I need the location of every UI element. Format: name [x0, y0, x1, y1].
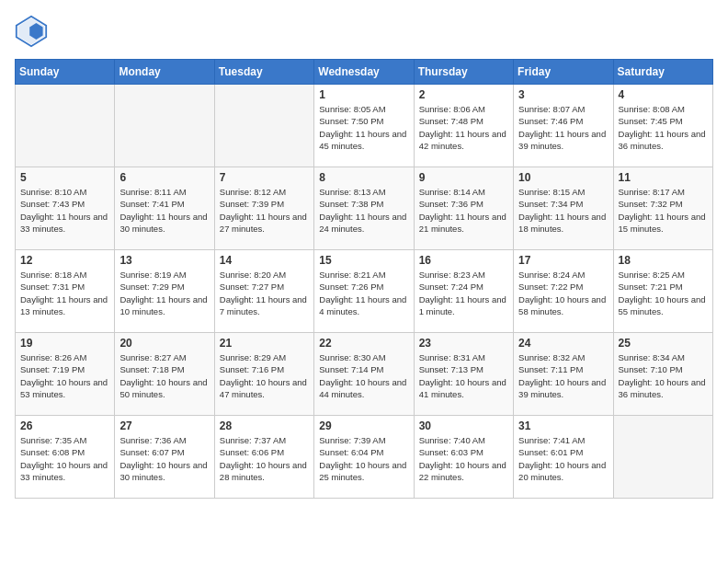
calendar-table: SundayMondayTuesdayWednesdayThursdayFrid…: [15, 59, 713, 499]
calendar-cell: 13Sunrise: 8:19 AMSunset: 7:29 PMDayligh…: [115, 250, 214, 333]
calendar-cell: 10Sunrise: 8:15 AMSunset: 7:34 PMDayligh…: [514, 167, 613, 250]
day-number: 17: [518, 254, 608, 267]
calendar-cell: 29Sunrise: 7:39 AMSunset: 6:04 PMDayligh…: [314, 416, 414, 499]
day-info: Sunrise: 8:12 AMSunset: 7:39 PMDaylight:…: [220, 186, 309, 235]
calendar-cell: 30Sunrise: 7:40 AMSunset: 6:03 PMDayligh…: [414, 416, 513, 499]
header-day: Sunday: [16, 60, 115, 85]
day-info: Sunrise: 8:17 AMSunset: 7:32 PMDaylight:…: [619, 186, 708, 235]
calendar-cell: 12Sunrise: 8:18 AMSunset: 7:31 PMDayligh…: [16, 250, 115, 333]
day-number: 28: [220, 419, 309, 432]
day-info: Sunrise: 8:21 AMSunset: 7:26 PMDaylight:…: [319, 269, 408, 317]
page-header: [15, 15, 713, 48]
day-number: 29: [319, 419, 408, 432]
day-info: Sunrise: 8:31 AMSunset: 7:13 PMDaylight:…: [419, 351, 508, 400]
day-info: Sunrise: 8:30 AMSunset: 7:14 PMDaylight:…: [319, 351, 408, 400]
day-number: 23: [419, 337, 508, 350]
header-day: Wednesday: [314, 60, 414, 85]
day-info: Sunrise: 7:39 AMSunset: 6:04 PMDaylight:…: [319, 434, 408, 483]
day-info: Sunrise: 7:41 AMSunset: 6:01 PMDaylight:…: [518, 434, 608, 483]
calendar-cell: 6Sunrise: 8:11 AMSunset: 7:41 PMDaylight…: [115, 167, 214, 250]
day-info: Sunrise: 7:40 AMSunset: 6:03 PMDaylight:…: [419, 434, 508, 483]
logo: [15, 15, 53, 48]
calendar-week: 26Sunrise: 7:35 AMSunset: 6:08 PMDayligh…: [16, 416, 713, 499]
calendar-cell: 1Sunrise: 8:05 AMSunset: 7:50 PMDaylight…: [314, 85, 414, 167]
day-number: 10: [518, 171, 608, 184]
calendar-cell: 26Sunrise: 7:35 AMSunset: 6:08 PMDayligh…: [16, 416, 115, 499]
day-number: 22: [319, 337, 408, 350]
calendar-cell: 31Sunrise: 7:41 AMSunset: 6:01 PMDayligh…: [514, 416, 613, 499]
day-number: 27: [119, 419, 209, 432]
day-info: Sunrise: 8:08 AMSunset: 7:45 PMDaylight:…: [619, 103, 708, 152]
calendar-body: 1Sunrise: 8:05 AMSunset: 7:50 PMDaylight…: [16, 85, 713, 499]
day-number: 11: [619, 171, 708, 184]
calendar-cell: [115, 85, 214, 167]
calendar-cell: 28Sunrise: 7:37 AMSunset: 6:06 PMDayligh…: [214, 416, 313, 499]
day-number: 19: [20, 337, 109, 350]
calendar-week: 5Sunrise: 8:10 AMSunset: 7:43 PMDaylight…: [16, 167, 713, 250]
day-info: Sunrise: 8:06 AMSunset: 7:48 PMDaylight:…: [419, 103, 508, 152]
day-number: 30: [419, 419, 508, 432]
header-row: SundayMondayTuesdayWednesdayThursdayFrid…: [16, 60, 713, 85]
calendar-cell: 27Sunrise: 7:36 AMSunset: 6:07 PMDayligh…: [115, 416, 214, 499]
calendar-cell: 11Sunrise: 8:17 AMSunset: 7:32 PMDayligh…: [613, 167, 712, 250]
day-info: Sunrise: 8:11 AMSunset: 7:41 PMDaylight:…: [119, 186, 209, 235]
day-info: Sunrise: 8:15 AMSunset: 7:34 PMDaylight:…: [518, 186, 608, 235]
day-info: Sunrise: 7:35 AMSunset: 6:08 PMDaylight:…: [20, 434, 109, 483]
calendar-cell: 21Sunrise: 8:29 AMSunset: 7:16 PMDayligh…: [214, 333, 313, 416]
header-day: Thursday: [414, 60, 513, 85]
calendar-cell: 2Sunrise: 8:06 AMSunset: 7:48 PMDaylight…: [414, 85, 513, 167]
header-day: Tuesday: [214, 60, 313, 85]
day-number: 5: [20, 171, 109, 184]
header-day: Saturday: [613, 60, 712, 85]
day-number: 16: [419, 254, 508, 267]
day-number: 2: [419, 88, 508, 101]
calendar-cell: [613, 416, 712, 499]
day-number: 21: [220, 337, 309, 350]
day-info: Sunrise: 8:13 AMSunset: 7:38 PMDaylight:…: [319, 186, 408, 235]
day-info: Sunrise: 8:23 AMSunset: 7:24 PMDaylight:…: [419, 269, 508, 317]
day-info: Sunrise: 7:37 AMSunset: 6:06 PMDaylight:…: [220, 434, 309, 483]
day-number: 25: [619, 337, 708, 350]
day-info: Sunrise: 8:27 AMSunset: 7:18 PMDaylight:…: [119, 351, 209, 400]
day-info: Sunrise: 8:19 AMSunset: 7:29 PMDaylight:…: [119, 269, 209, 317]
day-info: Sunrise: 8:18 AMSunset: 7:31 PMDaylight:…: [20, 269, 109, 317]
day-number: 4: [619, 88, 708, 101]
calendar-cell: 8Sunrise: 8:13 AMSunset: 7:38 PMDaylight…: [314, 167, 414, 250]
day-info: Sunrise: 7:36 AMSunset: 6:07 PMDaylight:…: [119, 434, 209, 483]
calendar-cell: 22Sunrise: 8:30 AMSunset: 7:14 PMDayligh…: [314, 333, 414, 416]
logo-icon: [15, 15, 48, 48]
calendar-cell: [214, 85, 313, 167]
day-number: 20: [119, 337, 209, 350]
day-info: Sunrise: 8:25 AMSunset: 7:21 PMDaylight:…: [619, 269, 708, 317]
calendar-cell: 17Sunrise: 8:24 AMSunset: 7:22 PMDayligh…: [514, 250, 613, 333]
day-number: 7: [220, 171, 309, 184]
calendar-week: 1Sunrise: 8:05 AMSunset: 7:50 PMDaylight…: [16, 85, 713, 167]
day-number: 9: [419, 171, 508, 184]
calendar-cell: 5Sunrise: 8:10 AMSunset: 7:43 PMDaylight…: [16, 167, 115, 250]
day-info: Sunrise: 8:20 AMSunset: 7:27 PMDaylight:…: [220, 269, 309, 317]
calendar-cell: 9Sunrise: 8:14 AMSunset: 7:36 PMDaylight…: [414, 167, 513, 250]
day-number: 18: [619, 254, 708, 267]
day-number: 3: [518, 88, 608, 101]
day-number: 1: [319, 88, 408, 101]
calendar-cell: 18Sunrise: 8:25 AMSunset: 7:21 PMDayligh…: [613, 250, 712, 333]
day-info: Sunrise: 8:26 AMSunset: 7:19 PMDaylight:…: [20, 351, 109, 400]
day-number: 24: [518, 337, 608, 350]
calendar-cell: 19Sunrise: 8:26 AMSunset: 7:19 PMDayligh…: [16, 333, 115, 416]
calendar-week: 19Sunrise: 8:26 AMSunset: 7:19 PMDayligh…: [16, 333, 713, 416]
calendar-cell: 25Sunrise: 8:34 AMSunset: 7:10 PMDayligh…: [613, 333, 712, 416]
day-info: Sunrise: 8:29 AMSunset: 7:16 PMDaylight:…: [220, 351, 309, 400]
calendar-week: 12Sunrise: 8:18 AMSunset: 7:31 PMDayligh…: [16, 250, 713, 333]
day-info: Sunrise: 8:07 AMSunset: 7:46 PMDaylight:…: [518, 103, 608, 152]
calendar-cell: 14Sunrise: 8:20 AMSunset: 7:27 PMDayligh…: [214, 250, 313, 333]
day-info: Sunrise: 8:05 AMSunset: 7:50 PMDaylight:…: [319, 103, 408, 152]
calendar-cell: 15Sunrise: 8:21 AMSunset: 7:26 PMDayligh…: [314, 250, 414, 333]
day-number: 15: [319, 254, 408, 267]
day-number: 31: [518, 419, 608, 432]
calendar-cell: [16, 85, 115, 167]
day-info: Sunrise: 8:14 AMSunset: 7:36 PMDaylight:…: [419, 186, 508, 235]
calendar-cell: 3Sunrise: 8:07 AMSunset: 7:46 PMDaylight…: [514, 85, 613, 167]
day-info: Sunrise: 8:34 AMSunset: 7:10 PMDaylight:…: [619, 351, 708, 400]
day-number: 6: [119, 171, 209, 184]
calendar-cell: 16Sunrise: 8:23 AMSunset: 7:24 PMDayligh…: [414, 250, 513, 333]
